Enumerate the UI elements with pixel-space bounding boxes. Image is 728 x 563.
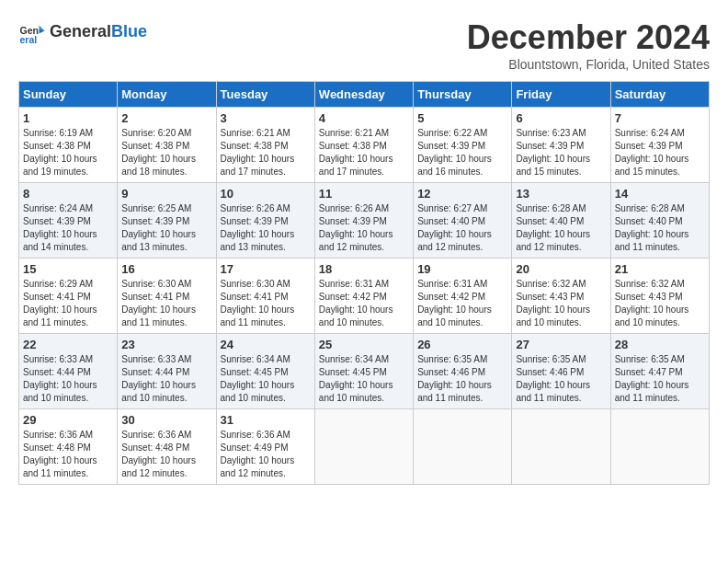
day-info: Sunrise: 6:36 AM Sunset: 4:49 PM Dayligh… bbox=[221, 429, 311, 480]
day-number: 23 bbox=[121, 338, 211, 351]
day-number: 15 bbox=[23, 262, 113, 276]
day-number: 19 bbox=[417, 262, 507, 276]
calendar-cell: 26 Sunrise: 6:35 AM Sunset: 4:46 PM Dayl… bbox=[414, 334, 512, 409]
calendar-cell: 19 Sunrise: 6:31 AM Sunset: 4:42 PM Dayl… bbox=[414, 259, 512, 334]
day-number: 10 bbox=[221, 187, 311, 201]
calendar-cell bbox=[610, 409, 709, 485]
day-info: Sunrise: 6:30 AM Sunset: 4:41 PM Dayligh… bbox=[121, 278, 211, 329]
day-info: Sunrise: 6:21 AM Sunset: 4:38 PM Dayligh… bbox=[319, 127, 409, 178]
calendar-cell: 18 Sunrise: 6:31 AM Sunset: 4:42 PM Dayl… bbox=[314, 259, 413, 334]
day-number: 2 bbox=[121, 111, 211, 125]
calendar-cell: 11 Sunrise: 6:26 AM Sunset: 4:39 PM Dayl… bbox=[314, 183, 413, 259]
day-info: Sunrise: 6:26 AM Sunset: 4:39 PM Dayligh… bbox=[221, 202, 311, 254]
calendar-cell: 24 Sunrise: 6:34 AM Sunset: 4:45 PM Dayl… bbox=[216, 334, 314, 409]
day-number: 12 bbox=[417, 187, 507, 201]
title-area: December 2024 Blountstown, Florida, Unit… bbox=[467, 18, 710, 72]
calendar-cell: 12 Sunrise: 6:27 AM Sunset: 4:40 PM Dayl… bbox=[414, 183, 512, 259]
weekday-header-monday: Monday bbox=[118, 82, 216, 108]
logo: Gen eral GeneralBlue bbox=[18, 18, 147, 46]
calendar-cell: 16 Sunrise: 6:30 AM Sunset: 4:41 PM Dayl… bbox=[118, 259, 216, 334]
day-info: Sunrise: 6:27 AM Sunset: 4:40 PM Dayligh… bbox=[417, 202, 507, 254]
day-number: 20 bbox=[516, 262, 606, 276]
day-info: Sunrise: 6:31 AM Sunset: 4:42 PM Dayligh… bbox=[319, 278, 409, 329]
day-info: Sunrise: 6:30 AM Sunset: 4:41 PM Dayligh… bbox=[221, 278, 311, 329]
day-number: 11 bbox=[319, 187, 409, 201]
weekday-header-friday: Friday bbox=[512, 82, 610, 108]
calendar-week-1: 1 Sunrise: 6:19 AM Sunset: 4:38 PM Dayli… bbox=[19, 108, 710, 183]
day-info: Sunrise: 6:32 AM Sunset: 4:43 PM Dayligh… bbox=[516, 278, 606, 329]
calendar-cell: 29 Sunrise: 6:36 AM Sunset: 4:48 PM Dayl… bbox=[19, 409, 118, 485]
day-info: Sunrise: 6:28 AM Sunset: 4:40 PM Dayligh… bbox=[615, 202, 705, 254]
day-info: Sunrise: 6:21 AM Sunset: 4:38 PM Dayligh… bbox=[221, 127, 311, 178]
calendar-cell: 21 Sunrise: 6:32 AM Sunset: 4:43 PM Dayl… bbox=[610, 259, 709, 334]
day-number: 9 bbox=[121, 187, 211, 201]
weekday-header-saturday: Saturday bbox=[610, 82, 709, 108]
calendar-cell: 23 Sunrise: 6:33 AM Sunset: 4:44 PM Dayl… bbox=[118, 334, 216, 409]
day-info: Sunrise: 6:24 AM Sunset: 4:39 PM Dayligh… bbox=[23, 202, 113, 254]
calendar-cell: 20 Sunrise: 6:32 AM Sunset: 4:43 PM Dayl… bbox=[512, 259, 610, 334]
day-info: Sunrise: 6:33 AM Sunset: 4:44 PM Dayligh… bbox=[23, 353, 113, 405]
calendar-cell: 3 Sunrise: 6:21 AM Sunset: 4:38 PM Dayli… bbox=[216, 108, 314, 183]
day-number: 7 bbox=[615, 111, 705, 125]
svg-text:eral: eral bbox=[20, 34, 38, 45]
day-info: Sunrise: 6:19 AM Sunset: 4:38 PM Dayligh… bbox=[23, 127, 113, 178]
calendar-cell: 4 Sunrise: 6:21 AM Sunset: 4:38 PM Dayli… bbox=[314, 108, 413, 183]
calendar-cell: 10 Sunrise: 6:26 AM Sunset: 4:39 PM Dayl… bbox=[216, 183, 314, 259]
logo-icon: Gen eral bbox=[18, 18, 46, 46]
calendar-cell: 17 Sunrise: 6:30 AM Sunset: 4:41 PM Dayl… bbox=[216, 259, 314, 334]
calendar-cell: 2 Sunrise: 6:20 AM Sunset: 4:38 PM Dayli… bbox=[118, 108, 216, 183]
calendar-cell: 25 Sunrise: 6:34 AM Sunset: 4:45 PM Dayl… bbox=[314, 334, 413, 409]
day-info: Sunrise: 6:20 AM Sunset: 4:38 PM Dayligh… bbox=[121, 127, 211, 178]
calendar-week-5: 29 Sunrise: 6:36 AM Sunset: 4:48 PM Dayl… bbox=[19, 409, 710, 485]
day-info: Sunrise: 6:22 AM Sunset: 4:39 PM Dayligh… bbox=[417, 127, 507, 178]
day-number: 18 bbox=[319, 262, 409, 276]
day-info: Sunrise: 6:36 AM Sunset: 4:48 PM Dayligh… bbox=[23, 429, 113, 480]
day-info: Sunrise: 6:33 AM Sunset: 4:44 PM Dayligh… bbox=[121, 353, 211, 405]
day-number: 5 bbox=[417, 111, 507, 125]
day-number: 28 bbox=[615, 338, 705, 351]
day-number: 3 bbox=[221, 111, 311, 125]
weekday-header-thursday: Thursday bbox=[414, 82, 512, 108]
day-info: Sunrise: 6:25 AM Sunset: 4:39 PM Dayligh… bbox=[121, 202, 211, 254]
calendar-cell: 5 Sunrise: 6:22 AM Sunset: 4:39 PM Dayli… bbox=[414, 108, 512, 183]
calendar-cell bbox=[314, 409, 413, 485]
location: Blountstown, Florida, United States bbox=[467, 57, 710, 72]
day-number: 17 bbox=[221, 262, 311, 276]
calendar-cell: 1 Sunrise: 6:19 AM Sunset: 4:38 PM Dayli… bbox=[19, 108, 118, 183]
day-info: Sunrise: 6:32 AM Sunset: 4:43 PM Dayligh… bbox=[615, 278, 705, 329]
day-number: 8 bbox=[23, 187, 113, 201]
day-info: Sunrise: 6:35 AM Sunset: 4:46 PM Dayligh… bbox=[417, 353, 507, 405]
calendar-cell bbox=[512, 409, 610, 485]
day-info: Sunrise: 6:26 AM Sunset: 4:39 PM Dayligh… bbox=[319, 202, 409, 254]
day-info: Sunrise: 6:31 AM Sunset: 4:42 PM Dayligh… bbox=[417, 278, 507, 329]
day-number: 14 bbox=[615, 187, 705, 201]
calendar-cell: 14 Sunrise: 6:28 AM Sunset: 4:40 PM Dayl… bbox=[610, 183, 709, 259]
calendar-cell: 7 Sunrise: 6:24 AM Sunset: 4:39 PM Dayli… bbox=[610, 108, 709, 183]
day-info: Sunrise: 6:23 AM Sunset: 4:39 PM Dayligh… bbox=[516, 127, 606, 178]
day-info: Sunrise: 6:34 AM Sunset: 4:45 PM Dayligh… bbox=[319, 353, 409, 405]
day-number: 29 bbox=[23, 413, 113, 427]
day-number: 21 bbox=[615, 262, 705, 276]
weekday-header-tuesday: Tuesday bbox=[216, 82, 314, 108]
month-title: December 2024 bbox=[467, 18, 710, 57]
calendar-cell: 15 Sunrise: 6:29 AM Sunset: 4:41 PM Dayl… bbox=[19, 259, 118, 334]
calendar-week-3: 15 Sunrise: 6:29 AM Sunset: 4:41 PM Dayl… bbox=[19, 259, 710, 334]
calendar-cell: 9 Sunrise: 6:25 AM Sunset: 4:39 PM Dayli… bbox=[118, 183, 216, 259]
day-number: 26 bbox=[417, 338, 507, 351]
calendar-week-2: 8 Sunrise: 6:24 AM Sunset: 4:39 PM Dayli… bbox=[19, 183, 710, 259]
weekday-header-row: SundayMondayTuesdayWednesdayThursdayFrid… bbox=[19, 82, 710, 108]
day-number: 1 bbox=[23, 111, 113, 125]
day-number: 6 bbox=[516, 111, 606, 125]
calendar-table: SundayMondayTuesdayWednesdayThursdayFrid… bbox=[18, 81, 710, 485]
logo-text: GeneralBlue bbox=[50, 22, 147, 42]
day-info: Sunrise: 6:36 AM Sunset: 4:48 PM Dayligh… bbox=[121, 429, 211, 480]
day-number: 16 bbox=[121, 262, 211, 276]
day-info: Sunrise: 6:24 AM Sunset: 4:39 PM Dayligh… bbox=[615, 127, 705, 178]
day-number: 27 bbox=[516, 338, 606, 351]
day-info: Sunrise: 6:34 AM Sunset: 4:45 PM Dayligh… bbox=[221, 353, 311, 405]
calendar-cell: 30 Sunrise: 6:36 AM Sunset: 4:48 PM Dayl… bbox=[118, 409, 216, 485]
day-number: 22 bbox=[23, 338, 113, 351]
calendar-cell bbox=[414, 409, 512, 485]
calendar-cell: 28 Sunrise: 6:35 AM Sunset: 4:47 PM Dayl… bbox=[610, 334, 709, 409]
day-number: 25 bbox=[319, 338, 409, 351]
